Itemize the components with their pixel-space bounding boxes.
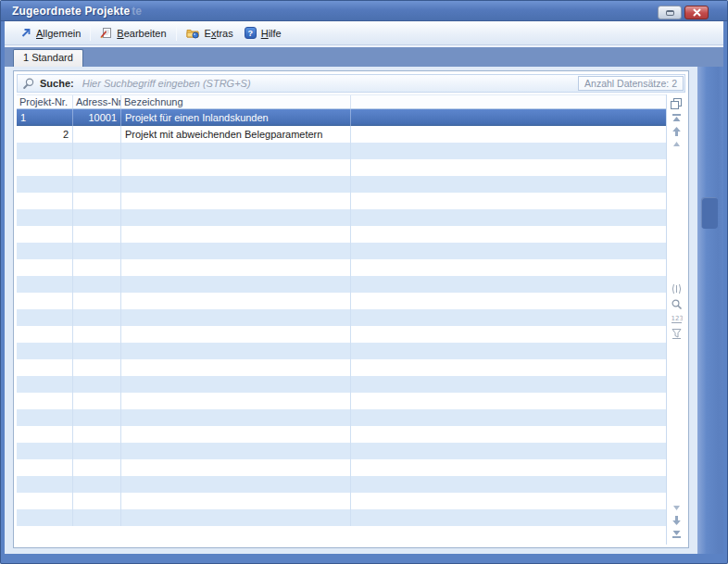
table-cell [351,159,666,176]
empty-row[interactable] [17,243,666,259]
table-cell [73,143,121,159]
table-cell [121,193,351,209]
table-cell [121,326,351,343]
table-cell [121,276,351,293]
table-cell [351,393,666,409]
table-cell [17,509,73,526]
empty-row[interactable] [17,376,666,393]
search-bar[interactable]: Suche: Hier Suchbegriff eingeben (STRG+S… [17,74,685,93]
menu-item-extras[interactable]: Extras [179,24,241,42]
empty-row[interactable] [17,143,666,159]
menu-separator [90,26,91,41]
table-cell: Projekt für einen Inlandskunden [121,109,351,126]
menu-item-allgemein[interactable]: Allgemein [12,24,88,42]
empty-row[interactable] [17,326,666,343]
titlebar[interactable]: Zugeordnete Projekte te [1,1,727,21]
empty-row[interactable] [17,226,666,243]
table-cell [351,109,666,126]
empty-row[interactable] [17,509,666,526]
table-cell: Projekt mit abweichenden Belegparametern [121,126,351,143]
table-row[interactable]: 110001Projekt für einen Inlandskunden [17,109,666,126]
table-cell [351,376,666,393]
table-cell [121,159,351,176]
table-cell [73,426,121,443]
table-cell [73,393,121,409]
menu-item-hilfe[interactable]: ? Hilfe [241,24,289,42]
column-header-empty[interactable] [351,95,666,108]
table-cell [73,326,121,343]
table-cell [351,143,666,159]
table-cell [73,193,121,209]
table-cell [351,476,666,493]
empty-row[interactable] [17,293,666,309]
empty-row[interactable] [17,309,666,326]
close-button[interactable] [684,6,709,19]
question-mark-icon: ? [245,27,257,39]
table-cell [73,243,121,259]
step-down-icon[interactable] [671,504,683,512]
table-cell [73,376,121,393]
empty-row[interactable] [17,409,666,426]
table-cell [351,443,666,459]
table-cell [17,376,73,393]
restore-icon [666,10,674,16]
table-cell [73,293,121,309]
close-icon [693,8,701,17]
empty-row[interactable] [17,426,666,443]
restore-button[interactable] [658,6,682,19]
table-cell [73,359,121,376]
table-cell [121,293,351,309]
vertical-scrollbar[interactable] [697,67,723,554]
table-cell: 1 [17,109,73,126]
window-title: Zugeordnete Projekte [1,5,130,18]
move-down-icon[interactable] [671,515,683,526]
copy-columns-icon[interactable] [670,97,684,110]
column-header-adress-nr-[interactable]: Adress-Nr. [73,95,121,108]
table-cell [121,426,351,443]
table-cell [121,393,351,409]
table-cell [73,209,121,226]
empty-row[interactable] [17,176,666,193]
column-header-projekt-nr-[interactable]: Projekt-Nr. [17,95,73,108]
empty-row[interactable] [17,343,666,359]
empty-row[interactable] [17,493,666,509]
svg-text:123: 123 [671,315,683,322]
sum-icon[interactable]: 123 [671,313,683,325]
empty-row[interactable] [17,459,666,476]
filter-icon[interactable] [671,328,683,340]
window-title-ghost: te [132,5,142,18]
table-cell [17,209,73,226]
table-cell [17,393,73,409]
empty-row[interactable] [17,443,666,459]
table-cell: 10001 [73,109,121,126]
table-cell [17,176,73,193]
table-cell [17,443,73,459]
empty-row[interactable] [17,359,666,376]
go-to-bottom-icon[interactable] [671,529,683,539]
table-cell [351,276,666,293]
table-cell [351,509,666,526]
table-cell [17,359,73,376]
empty-row[interactable] [17,476,666,493]
table-cell [351,226,666,243]
move-up-icon[interactable] [671,126,683,137]
go-to-top-icon[interactable] [671,113,683,123]
tab-standard[interactable]: 1 Standard [13,49,83,67]
table-cell [121,476,351,493]
menu-bar: Allgemein Bearbeiten Extras ? Hilfe [5,21,723,45]
fit-column-width-icon[interactable] [671,283,683,295]
menu-item-bearbeiten[interactable]: Bearbeiten [93,24,173,42]
step-up-icon[interactable] [671,140,683,148]
scrollbar-thumb[interactable] [701,197,718,229]
empty-row[interactable] [17,193,666,209]
table-cell [73,409,121,426]
column-header-bezeichnung[interactable]: Bezeichnung [121,95,351,108]
empty-row[interactable] [17,276,666,293]
empty-row[interactable] [17,393,666,409]
search-grid-icon[interactable] [671,298,683,310]
table-cell [17,293,73,309]
empty-row[interactable] [17,259,666,276]
empty-row[interactable] [17,159,666,176]
table-row[interactable]: 2Projekt mit abweichenden Belegparameter… [17,126,666,143]
empty-row[interactable] [17,209,666,226]
